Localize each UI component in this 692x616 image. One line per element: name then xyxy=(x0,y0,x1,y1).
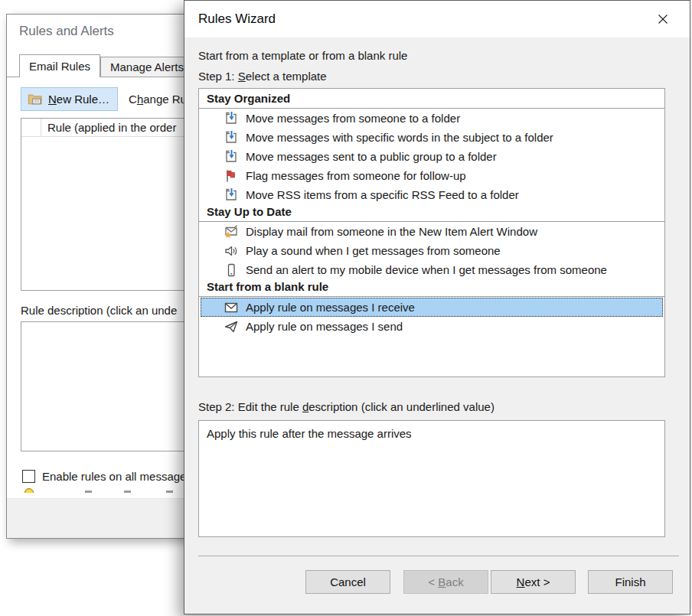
clipped-text-fragment xyxy=(124,491,131,493)
template-item[interactable]: Display mail from someone in the New Ite… xyxy=(199,222,664,241)
tab-manage-alerts[interactable]: Manage Alerts xyxy=(100,57,194,77)
close-icon xyxy=(657,13,669,25)
wizard-titlebar[interactable]: Rules Wizard xyxy=(184,1,690,37)
mobile-device-icon xyxy=(224,262,239,278)
template-item[interactable]: Move messages with specific words in the… xyxy=(199,128,664,147)
step1-label: Step 1: Select a template xyxy=(198,69,690,84)
enable-rules-checkbox[interactable] xyxy=(22,470,35,483)
wizard-intro-text: Start from a template or from a blank ru… xyxy=(198,48,690,64)
move-to-folder-icon xyxy=(224,130,239,145)
move-to-folder-icon xyxy=(224,111,239,126)
rules-wizard-dialog: Rules Wizard Start from a template or fr… xyxy=(184,0,690,614)
enable-rules-label: Enable rules on all message xyxy=(42,470,186,483)
template-item[interactable]: Send an alert to my mobile device when I… xyxy=(199,260,664,279)
template-item[interactable]: Move messages sent to a public group to … xyxy=(199,147,664,166)
clipped-text-fragment xyxy=(85,491,92,493)
wizard-body: Start from a template or from a blank ru… xyxy=(184,37,690,594)
new-rule-button[interactable]: New Rule… xyxy=(21,87,118,111)
step2-label: Step 2: Edit the rule description (click… xyxy=(198,399,690,415)
wizard-title: Rules Wizard xyxy=(198,11,276,27)
envelope-icon xyxy=(224,300,239,315)
wizard-button-row: Cancel < Back Next > Finish xyxy=(198,570,673,594)
tab-email-rules[interactable]: Email Rules xyxy=(19,54,100,77)
rule-description-editor[interactable]: Apply this rule after the message arrive… xyxy=(198,420,665,537)
finish-button[interactable]: Finish xyxy=(588,570,673,594)
cancel-button[interactable]: Cancel xyxy=(305,570,390,594)
section-header-stay-organized: Stay Organized xyxy=(199,91,664,109)
move-to-folder-icon xyxy=(224,149,239,165)
template-item-selected[interactable]: Apply rule on messages I receive xyxy=(201,298,663,317)
template-item[interactable]: Flag messages from someone for follow-up xyxy=(199,166,664,185)
template-item[interactable]: Move RSS items from a specific RSS Feed … xyxy=(199,185,664,204)
template-listbox[interactable]: Stay Organized Move messages from someon… xyxy=(198,88,665,377)
rules-list-header-label: Rule (applied in the order xyxy=(41,121,176,134)
footer-separator xyxy=(198,556,679,556)
mail-alert-icon xyxy=(224,224,239,240)
send-icon xyxy=(224,319,239,334)
close-button[interactable] xyxy=(651,8,674,31)
sound-icon xyxy=(224,243,239,259)
move-to-folder-icon xyxy=(224,187,239,203)
section-header-start-from-blank-rule: Start from a blank rule xyxy=(199,279,664,297)
section-header-stay-up-to-date: Stay Up to Date xyxy=(199,204,664,222)
next-button[interactable]: Next > xyxy=(491,570,576,594)
back-button[interactable]: < Back xyxy=(403,570,488,594)
screen: Rules and Alerts Email Rules Manage Aler… xyxy=(0,0,692,616)
lightbulb-icon xyxy=(24,486,34,493)
new-rule-folder-icon xyxy=(28,91,43,106)
template-item[interactable]: Play a sound when I get messages from so… xyxy=(199,241,664,260)
rule-description-text: Apply this rule after the message arrive… xyxy=(207,427,412,440)
clipped-text-fragment xyxy=(166,491,173,493)
template-item[interactable]: Move messages from someone to a folder xyxy=(199,109,664,128)
flag-icon xyxy=(224,168,239,184)
rules-list-header-checkbox-column xyxy=(21,119,41,136)
template-item[interactable]: Apply rule on messages I send xyxy=(199,317,664,336)
